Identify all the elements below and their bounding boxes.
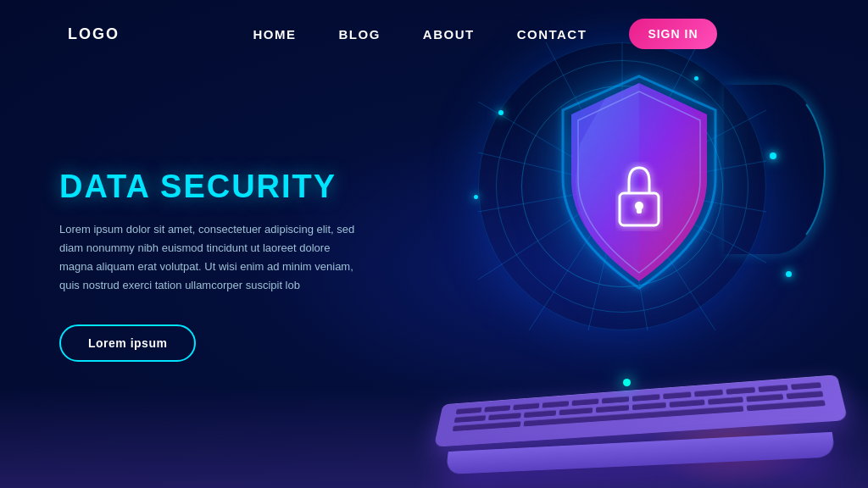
hero-content: DATA SECURITY Lorem ipsum dolor sit amet…	[59, 169, 356, 362]
glow-dot-4	[786, 271, 792, 277]
shield-icon	[537, 68, 741, 305]
hero-description: Lorem ipsum dolor sit amet, consectetuer…	[59, 220, 356, 295]
hero-title: DATA SECURITY	[59, 169, 356, 205]
sign-in-button[interactable]: SIGN IN	[629, 19, 716, 49]
glow-dot-center	[623, 379, 631, 386]
nav-links: HOME BLOG ABOUT CONTACT SIGN IN	[253, 19, 716, 49]
nav-contact[interactable]: CONTACT	[517, 27, 587, 42]
glow-dot-1	[770, 152, 776, 159]
navbar: LOGO HOME BLOG ABOUT CONTACT SIGN IN	[0, 0, 868, 68]
cta-button[interactable]: Lorem ipsum	[59, 324, 196, 362]
nav-blog[interactable]: BLOG	[338, 27, 380, 42]
svg-rect-17	[637, 206, 642, 214]
logo: LOGO	[68, 25, 120, 43]
nav-about[interactable]: ABOUT	[423, 27, 475, 42]
illustration	[376, 0, 868, 488]
nav-home[interactable]: HOME	[253, 27, 296, 42]
glow-dot-3	[474, 195, 478, 199]
page-wrapper: LOGO HOME BLOG ABOUT CONTACT SIGN IN DAT…	[0, 0, 868, 488]
glow-dot-2	[498, 110, 504, 115]
